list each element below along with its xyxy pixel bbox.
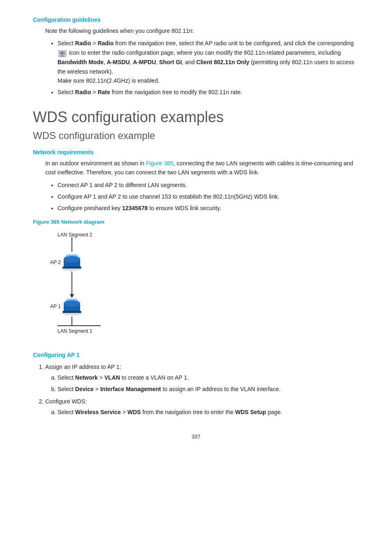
diagram-svg: LAN Segment 2 AP — [45, 229, 131, 340]
make-sure-text: Make sure 802.11n(2.4GHz) is enabled. — [58, 77, 159, 84]
config-guidelines-heading: Configuration guidelines — [33, 16, 359, 23]
ap1-icon — [62, 299, 82, 315]
step-2-substeps: Select Wireless Service > WDS from the n… — [58, 408, 359, 417]
configuring-ap1-section: Configuring AP 1 Assign an IP address to… — [33, 352, 359, 417]
configuring-steps: Assign an IP address to AP 1: Select Net… — [45, 362, 359, 417]
list-item: Connect AP 1 and AP 2 to different LAN s… — [58, 181, 359, 190]
svg-text:AP 2: AP 2 — [50, 260, 61, 265]
figure-heading: Figure 365 Network diagram — [33, 219, 359, 225]
svg-point-3 — [61, 52, 63, 54]
config-icon — [58, 49, 67, 58]
network-requirements-section: Network requirements In an outdoor envir… — [33, 149, 359, 213]
figure-container: LAN Segment 2 AP — [45, 229, 359, 340]
svg-rect-8 — [62, 266, 81, 269]
lan-segment-2-label: LAN Segment 2 — [58, 232, 92, 238]
list-item: Configure AP 1 and AP 2 to use channel 1… — [58, 192, 359, 201]
step-1a: Select Network > VLAN to create a VLAN o… — [58, 373, 359, 382]
svg-rect-2 — [60, 56, 65, 56]
step-2: Configure WDS: Select Wireless Service >… — [45, 397, 359, 417]
svg-text:LAN Segment 1: LAN Segment 1 — [58, 328, 92, 334]
list-item: Configure preshared key 12345678 to ensu… — [58, 204, 359, 213]
network-requirements-heading: Network requirements — [33, 149, 359, 155]
list-item: Select Radio > Rate from the navigation … — [58, 88, 359, 97]
page-number: 337 — [33, 433, 359, 440]
config-guidelines-intro: Note the following guidelines when you c… — [45, 26, 359, 35]
network-requirements-bullets: Connect AP 1 and AP 2 to different LAN s… — [58, 181, 359, 213]
list-item: Select Radio > Radio from the navigation… — [58, 39, 359, 85]
network-requirements-intro: In an outdoor environment as shown in Fi… — [45, 159, 359, 177]
step-1: Assign an IP address to AP 1: Select Net… — [45, 362, 359, 394]
ap2-icon — [62, 254, 82, 271]
configuring-ap1-heading: Configuring AP 1 — [33, 352, 359, 358]
step-1-substeps: Select Network > VLAN to create a VLAN o… — [58, 373, 359, 394]
figure-365-link[interactable]: Figure 365 — [146, 160, 173, 167]
figure-365-section: Figure 365 Network diagram LAN Segment 2 — [33, 219, 359, 340]
config-guidelines-section: Configuration guidelines Note the follow… — [33, 16, 359, 97]
wds-sub-title: WDS configuration example — [33, 130, 359, 141]
svg-marker-11 — [70, 294, 74, 298]
wds-main-title: WDS configuration examples — [33, 109, 359, 126]
step-2a: Select Wireless Service > WDS from the n… — [58, 408, 359, 417]
svg-text:AP 1: AP 1 — [50, 304, 61, 309]
config-guidelines-bullets: Select Radio > Radio from the navigation… — [58, 39, 359, 97]
network-diagram: LAN Segment 2 AP — [45, 229, 131, 340]
step-1b: Select Device > Interface Management to … — [58, 385, 359, 394]
svg-rect-15 — [62, 311, 81, 313]
